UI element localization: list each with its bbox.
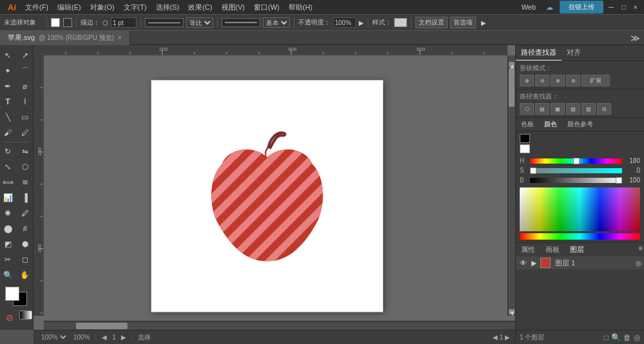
hand-tool[interactable]: ✋	[17, 268, 33, 282]
menu-edit[interactable]: 编辑(E)	[53, 2, 85, 13]
type-on-path-tool[interactable]: ⌇	[17, 95, 33, 109]
window-max[interactable]: □	[619, 3, 629, 11]
eraser-tool[interactable]: ◻	[17, 253, 33, 267]
stroke-preview[interactable]	[520, 134, 530, 143]
mesh-tool[interactable]: #	[17, 222, 33, 236]
stroke-swatch[interactable]	[63, 18, 72, 27]
select-tool[interactable]: ↖	[0, 48, 16, 62]
scrollbar-vertical[interactable]: ▲ ▼	[507, 55, 515, 316]
cloud-upload-button[interactable]: 拉链上传	[560, 1, 603, 14]
style-select[interactable]: 基本	[263, 17, 290, 28]
menu-view[interactable]: 视图(V)	[218, 2, 249, 13]
scissors-tool[interactable]: ✂	[0, 253, 16, 267]
gradient-swatch[interactable]	[19, 311, 32, 320]
menu-object[interactable]: 对象(O)	[86, 2, 118, 13]
stroke-value-input[interactable]	[111, 17, 137, 28]
artboard-tab[interactable]: 画板	[540, 243, 565, 256]
menu-window[interactable]: 窗口(W)	[250, 2, 283, 13]
panel-menu-icon[interactable]: ≡	[639, 244, 643, 255]
shear-tool[interactable]: ⬡	[17, 160, 33, 174]
layer-visibility-toggle[interactable]: 👁	[518, 258, 527, 267]
window-min[interactable]: ─	[606, 3, 616, 11]
exclude-btn[interactable]: ⊛	[566, 75, 580, 86]
minus-front-btn[interactable]: ⊖	[535, 75, 549, 86]
divide-btn[interactable]: ⬡	[520, 103, 534, 115]
artboard-arrow-right[interactable]: ▶	[505, 334, 510, 341]
brightness-slider[interactable]	[530, 178, 622, 183]
blend-tool[interactable]: ⬤	[0, 222, 16, 236]
shape-builder-tool[interactable]: ⬢	[17, 237, 33, 251]
fill-color-box[interactable]	[5, 287, 19, 301]
properties-tab[interactable]: 属性	[516, 243, 540, 256]
unite-btn[interactable]: ⊕	[520, 75, 534, 86]
column-graph-tool[interactable]: ▐	[17, 191, 33, 205]
direct-select-tool[interactable]: ↗	[17, 48, 33, 62]
blob-brush-tool[interactable]: 🖊	[17, 126, 33, 140]
scroll-thumb-v[interactable]	[509, 68, 515, 107]
lasso-tool[interactable]: ⌒	[17, 64, 33, 78]
intersect-btn[interactable]: ⊗	[551, 75, 565, 86]
menu-text[interactable]: 文字(T)	[120, 2, 151, 13]
minus-back-btn[interactable]: ⊟	[597, 103, 611, 115]
rotate-tool[interactable]: ↻	[0, 144, 16, 158]
opacity-arrow[interactable]: ▶	[359, 19, 364, 26]
layer-options-btn[interactable]: ◎	[634, 333, 640, 342]
window-close[interactable]: ×	[631, 3, 640, 11]
color-gradient-picker[interactable]	[520, 187, 640, 240]
scroll-thumb-h[interactable]	[76, 323, 128, 329]
width-tool[interactable]: ⟺	[0, 175, 16, 189]
zoom-tool[interactable]: 🔍	[0, 268, 16, 282]
merge-btn[interactable]: ▦	[551, 103, 565, 115]
layer-name[interactable]: 图层 1	[553, 258, 633, 268]
zoom-select[interactable]: 100%	[39, 333, 68, 341]
warp-tool[interactable]: ≋	[17, 175, 33, 189]
proportion-select[interactable]: 等比	[186, 17, 213, 28]
scrollbar-horizontal[interactable]	[44, 321, 515, 330]
document-tab[interactable]: 苹果.svg @ 100% (RGB/GPU 预览) ×	[0, 31, 130, 45]
doc-settings-button[interactable]: 文档设置	[415, 17, 448, 28]
magic-wand-tool[interactable]: ✦	[0, 64, 16, 78]
eyedropper-tool[interactable]: 🖉	[17, 206, 33, 220]
preferences-button[interactable]: 首选项	[450, 17, 476, 28]
line-tool[interactable]: ╲	[0, 110, 16, 124]
style-swatch[interactable]	[394, 18, 407, 27]
saturation-slider[interactable]	[530, 168, 622, 173]
panel-toggle-btn[interactable]: ≫	[627, 33, 644, 43]
swatches-tab[interactable]: 色板	[516, 118, 539, 131]
new-sublayer-btn[interactable]: 🔍	[611, 333, 621, 342]
menu-help[interactable]: 帮助(H)	[285, 2, 316, 13]
align-tab[interactable]: 对齐	[562, 45, 586, 61]
shape-tool[interactable]: ▭	[17, 110, 33, 124]
color-field[interactable]	[520, 187, 640, 231]
hue-spectrum-bar[interactable]	[520, 233, 640, 240]
opacity-input[interactable]	[333, 17, 356, 28]
symbol-sprayer[interactable]: ✺	[0, 206, 16, 220]
right-arrow-icon[interactable]: ▶	[481, 19, 486, 26]
curvature-tool[interactable]: ⌀	[17, 79, 33, 93]
scroll-down-arrow[interactable]: ▼	[509, 309, 515, 314]
graph-tool[interactable]: 📊	[0, 191, 16, 205]
pathfinder-tab[interactable]: 路径查找器	[516, 45, 562, 61]
shape-expand-btn[interactable]: 扩展	[582, 75, 610, 86]
layers-tab[interactable]: 图层	[565, 243, 589, 256]
outline-btn[interactable]: ▧	[582, 103, 596, 115]
type-tool[interactable]: T	[0, 95, 16, 109]
layer-target-icon[interactable]: ◎	[636, 260, 641, 267]
none-icon[interactable]: ⊘	[1, 311, 18, 325]
menu-effect[interactable]: 效果(C)	[184, 2, 216, 13]
fill-preview[interactable]	[520, 144, 530, 153]
nav-next[interactable]: ▶	[121, 334, 126, 341]
gradient-tool[interactable]: ◩	[0, 237, 16, 251]
reflect-tool[interactable]: ⇋	[17, 144, 33, 158]
pen-tool[interactable]: ✒	[0, 79, 16, 93]
crop-btn[interactable]: ▨	[566, 103, 580, 115]
menu-file[interactable]: 文件(F)	[21, 2, 52, 13]
hue-slider[interactable]	[530, 158, 622, 164]
scroll-up-arrow[interactable]: ▲	[509, 62, 515, 67]
color-tab[interactable]: 颜色	[539, 118, 562, 131]
scale-tool[interactable]: ⤡	[0, 160, 16, 174]
paintbrush-tool[interactable]: 🖌	[0, 126, 16, 140]
artboard-arrow-left[interactable]: ◀	[493, 334, 498, 341]
color-ref-tab[interactable]: 颜色参考	[562, 118, 598, 131]
trim-btn[interactable]: ▤	[535, 103, 549, 115]
